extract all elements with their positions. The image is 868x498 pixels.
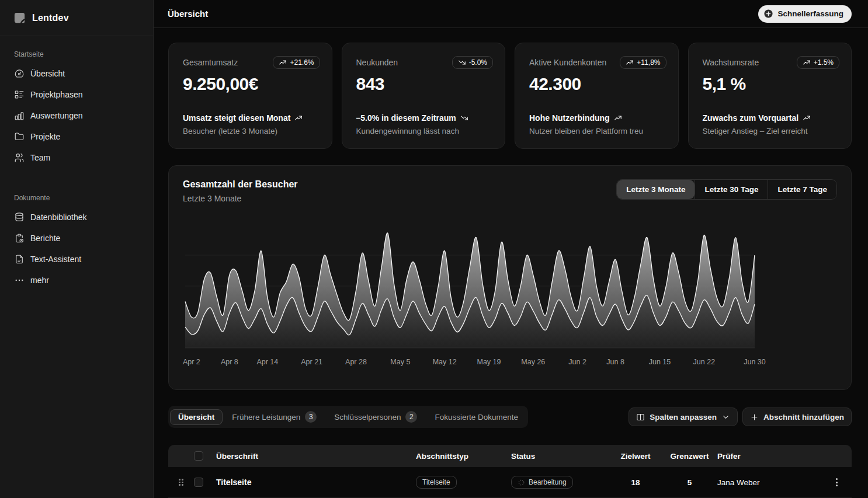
stat-card-neukunden: Neukunden -5.0% 843 –5.0% in diesem Zeit… (342, 43, 506, 149)
trending-up-icon (803, 114, 811, 122)
section-tabs-row: Übersicht Frühere Leistungen 3 Schlüssel… (168, 406, 852, 428)
customize-columns-button[interactable]: Spalten anpassen (629, 408, 738, 426)
trending-up-icon (626, 58, 634, 67)
stat-footer-sub: Stetiger Anstieg – Ziel erreicht (703, 127, 840, 135)
trend-badge: +1.5% (797, 56, 839, 69)
stat-card-grid: Gesamtumsatz +21.6% 9.250,00€ Umsatz ste… (168, 43, 852, 149)
brand-name: Lentdev (32, 13, 69, 23)
nav-spacer (8, 168, 145, 180)
list-details-icon (14, 89, 25, 100)
range-option-30-tage[interactable]: Letzte 30 Tage (695, 180, 768, 199)
stat-label: Wachstumsrate (703, 58, 759, 67)
column-header-status[interactable]: Status (511, 452, 609, 461)
stat-value: 5,1 % (703, 74, 840, 94)
section-tabs: Übersicht Frühere Leistungen 3 Schlüssel… (168, 406, 528, 428)
sidebar-item-berichte[interactable]: Berichte (8, 228, 145, 249)
sidebar-item-label: Berichte (30, 234, 60, 243)
trend-badge: +21.6% (273, 56, 320, 69)
tab-count-badge: 3 (305, 411, 317, 423)
sidebar-item-projektphasen[interactable]: Projektphasen (8, 84, 145, 105)
column-header-ueberschrift[interactable]: Überschrift (215, 452, 416, 461)
status-badge: Bearbeitung (511, 476, 573, 489)
sidebar-nav: Startseite Übersicht Projektphasen Auswe… (0, 36, 153, 291)
brand[interactable]: Lentdev (0, 0, 153, 36)
sidebar-item-label: Text-Assistent (30, 255, 81, 264)
sidebar-item-label: Projekte (30, 132, 60, 141)
sections-table: Überschrift Abschnittstyp Status Zielwer… (168, 445, 852, 498)
chart-subtitle: Letzte 3 Monate (183, 194, 298, 203)
database-icon (14, 212, 25, 222)
stat-footer-sub: Nutzer bleiben der Plattform treu (529, 127, 666, 135)
range-option-3-monate[interactable]: Letzte 3 Monate (617, 180, 695, 199)
sidebar-item-team[interactable]: Team (8, 147, 145, 168)
table-header-row: Überschrift Abschnittstyp Status Zielwer… (168, 445, 852, 467)
svg-text:May 19: May 19 (477, 358, 501, 366)
column-header-grenzwert[interactable]: Grenzwert (662, 452, 717, 461)
sidebar-item-label: Datenbibliothek (30, 213, 87, 222)
row-checkbox[interactable] (194, 478, 203, 487)
stat-card-gesamtumsatz: Gesamtumsatz +21.6% 9.250,00€ Umsatz ste… (168, 43, 332, 149)
trending-up-icon (279, 58, 287, 67)
row-grenzwert[interactable]: 5 (662, 478, 717, 487)
svg-text:Jun 30: Jun 30 (744, 358, 766, 366)
add-section-button[interactable]: Abschnitt hinzufügen (742, 408, 852, 426)
svg-text:May 26: May 26 (521, 358, 545, 366)
row-title[interactable]: Titelseite (215, 478, 416, 487)
brand-logo-icon (13, 11, 26, 25)
trending-up-icon (614, 114, 622, 122)
report-icon (14, 233, 25, 243)
svg-text:Jun 22: Jun 22 (693, 358, 716, 366)
tab-fokussierte-dokumente[interactable]: Fokussierte Dokumente (426, 409, 526, 425)
row-menu-button[interactable] (828, 475, 845, 490)
columns-icon (636, 413, 645, 422)
svg-text:Apr 14: Apr 14 (256, 358, 278, 366)
app-root: Lentdev Startseite Übersicht Projektphas… (0, 0, 868, 498)
schnellerfassung-label: Schnellerfassung (777, 9, 843, 18)
table-row-titelseite[interactable]: Titelseite Titelseite Bearbeitung 18 5 (168, 467, 852, 498)
sidebar-item-datenbibliothek[interactable]: Datenbibliothek (8, 207, 145, 228)
column-header-pruefer[interactable]: Prüfer (717, 452, 826, 461)
sidebar-item-projekte[interactable]: Projekte (8, 126, 145, 147)
range-option-7-tage[interactable]: Letzte 7 Tage (768, 180, 836, 199)
stat-footer-title: Hohe Nutzerbindung (529, 113, 666, 123)
folder-icon (14, 131, 25, 142)
file-text-icon (14, 254, 25, 264)
sidebar-item-uebersicht[interactable]: Übersicht (8, 63, 145, 84)
trending-up-icon (294, 114, 303, 122)
svg-text:Apr 21: Apr 21 (301, 358, 322, 366)
visitors-chart-card: Gesamtzahl der Besucher Letzte 3 Monate … (168, 165, 852, 390)
trending-down-icon (460, 114, 468, 122)
column-header-zielwert[interactable]: Zielwert (609, 452, 662, 461)
tab-uebersicht[interactable]: Übersicht (170, 409, 223, 425)
trending-up-icon (803, 58, 811, 67)
drag-handle-icon[interactable] (168, 479, 194, 486)
area-chart: Apr 2Apr 8Apr 14Apr 21Apr 28May 5May 12M… (185, 224, 755, 370)
main-area: Übersicht Schnellerfassung Gesamtumsatz (154, 0, 868, 498)
stat-value: 843 (356, 74, 494, 94)
chart-range-toggle: Letzte 3 Monate Letzte 30 Tage Letzte 7 … (616, 179, 837, 200)
stat-footer-title: Zuwachs zum Vorquartal (703, 113, 840, 123)
tab-schluesselpersonen[interactable]: Schlüsselpersonen 2 (326, 408, 425, 426)
sidebar-item-label: mehr (30, 276, 49, 285)
chevron-down-icon (721, 413, 730, 422)
sidebar-item-mehr[interactable]: mehr (8, 270, 145, 291)
select-all-checkbox[interactable] (194, 451, 203, 461)
sidebar-item-text-assistent[interactable]: Text-Assistent (8, 249, 145, 270)
column-header-abschnittstyp[interactable]: Abschnittstyp (416, 452, 511, 461)
svg-text:Jun 2: Jun 2 (568, 358, 586, 366)
svg-text:Apr 2: Apr 2 (183, 358, 200, 366)
row-pruefer[interactable]: Jana Weber (717, 478, 826, 487)
row-zielwert[interactable]: 18 (609, 478, 662, 487)
chart-title: Gesamtzahl der Besucher (183, 179, 298, 190)
schnellerfassung-button[interactable]: Schnellerfassung (758, 5, 852, 23)
sidebar-item-label: Auswertungen (30, 111, 83, 120)
stat-label: Neukunden (356, 58, 398, 67)
svg-text:Apr 8: Apr 8 (221, 358, 238, 366)
svg-text:May 5: May 5 (390, 358, 410, 366)
tab-fruehere-leistungen[interactable]: Frühere Leistungen 3 (224, 408, 325, 426)
sidebar-item-auswertungen[interactable]: Auswertungen (8, 105, 145, 126)
stat-card-aktive-kundenkonten: Aktive Kundenkonten +11,8% 42.300 Hohe N… (515, 43, 679, 149)
tab-count-badge: 2 (405, 411, 417, 423)
sidebar: Lentdev Startseite Übersicht Projektphas… (0, 0, 154, 498)
sidebar-item-label: Projektphasen (30, 90, 83, 99)
